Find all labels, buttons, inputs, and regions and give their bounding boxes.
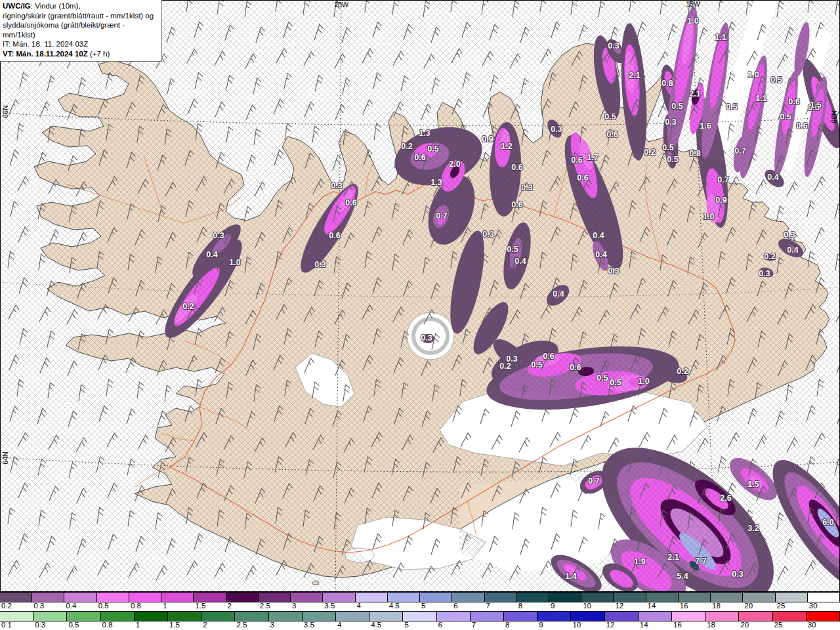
scale-segment	[537, 612, 571, 621]
scale-labels-rain: 0.10.30.50.811.522.533.544.5567891012141…	[0, 621, 840, 630]
scale-segment	[168, 612, 201, 621]
scale-segment	[161, 593, 194, 602]
scale-tick-label: 25	[773, 621, 783, 629]
title-line-2: rigning/skúrir (grænt/blátt/rautt - mm/1…	[3, 11, 159, 21]
scale-tick-label: 0.2	[0, 602, 12, 610]
scale-tick-label: 25	[776, 602, 786, 610]
scale-tick-label: 18	[711, 602, 721, 610]
scale-segment	[679, 593, 711, 602]
scale-tick-label: 9	[549, 602, 555, 610]
scale-tick-label: 1	[161, 602, 167, 610]
scale-segment	[403, 612, 436, 621]
scale-segment	[639, 612, 672, 621]
scale-segment	[485, 593, 517, 602]
scale-tick-label: 12	[614, 602, 623, 610]
scale-tick-label: 3	[291, 602, 296, 610]
scale-segment	[743, 593, 775, 602]
scale-tick-label: 2.5	[235, 621, 247, 629]
scale-segment	[549, 593, 581, 602]
scale-tick-label: 18	[705, 621, 715, 629]
scale-strip-rain	[0, 611, 840, 621]
scale-segment	[269, 612, 303, 621]
title-box: UWC/IG: Vindur (10m), rigning/skúrir (gr…	[0, 0, 162, 62]
graticule-label: 66N	[830, 110, 838, 123]
scale-segment	[452, 593, 484, 602]
scale-labels-sleet-snow: 0.20.30.40.50.811.522.533.544.5567891012…	[0, 602, 840, 611]
scale-segment	[323, 593, 355, 602]
scale-segment	[776, 593, 808, 602]
scale-tick-label: 0.5	[67, 621, 79, 629]
valid-time: VT: Mán. 18.11.2024 10Z (+7 h)	[3, 49, 159, 59]
weather-map-page: 0.30.41.00.20.30.60.60.31.30.20.50.60.91…	[0, 0, 840, 630]
scale-segment	[571, 612, 604, 621]
scale-segment	[0, 593, 32, 602]
scale-tick-label: 12	[605, 621, 615, 629]
scale-tick-label: 20	[743, 602, 753, 610]
scale-segment	[369, 612, 403, 621]
scale-tick-label: 0.1	[0, 621, 12, 629]
precip-area	[421, 334, 434, 343]
scale-tick-label: 16	[672, 621, 682, 629]
scale-tick-label: 2	[201, 621, 207, 629]
scale-tick-label: 0.8	[129, 602, 141, 610]
scale-tick-label: 30	[807, 621, 816, 629]
scale-tick-label: 1	[135, 621, 140, 629]
scale-tick-label: 7	[484, 602, 490, 610]
graticule-label: 64N	[1, 452, 9, 464]
scale-tick-label: 10	[571, 621, 581, 629]
title-line-3: slydda/snjókoma (grátt/bleikt/grænt - mm…	[3, 20, 159, 39]
scale-tick-label: 4.5	[369, 621, 381, 629]
scale-tick-label: 0.4	[64, 602, 76, 610]
scale-segment	[808, 593, 840, 602]
scale-tick-label: 2.5	[259, 602, 270, 610]
scale-segment	[356, 593, 388, 602]
scale-segment	[605, 612, 639, 621]
scale-segment	[388, 593, 420, 602]
scale-tick-label: 5	[420, 602, 425, 610]
scale-tick-label: 6	[437, 621, 442, 629]
scale-segment	[303, 612, 336, 621]
scale-tick-label: 6	[452, 602, 457, 610]
scale-tick-label: 0.5	[97, 602, 109, 610]
hatch-overlay	[0, 0, 840, 592]
scale-segment	[807, 612, 840, 621]
weather-map-svg	[0, 0, 840, 592]
scale-segment	[67, 612, 100, 621]
title-line-1: UWC/IG: Vindur (10m),	[3, 1, 159, 11]
scale-tick-label: 3	[269, 621, 274, 629]
scale-tick-label: 5	[403, 621, 408, 629]
scale-tick-label: 0.8	[101, 621, 113, 629]
scale-segment	[773, 612, 807, 621]
scale-segment	[201, 612, 235, 621]
scale-segment	[471, 612, 504, 621]
model-name: UWC/IG	[3, 2, 31, 10]
scale-tick-label: 1.5	[194, 602, 205, 610]
scale-segment	[711, 593, 743, 602]
scale-tick-label: 8	[517, 602, 522, 610]
scale-segment	[705, 612, 739, 621]
scale-strip-sleet-snow	[0, 592, 840, 602]
scale-segment	[581, 593, 614, 602]
scale-segment	[194, 593, 226, 602]
scale-segment	[32, 593, 64, 602]
init-time: IT: Mán. 18. 11. 2024 03Z	[3, 39, 159, 49]
scale-tick-label: 8	[504, 621, 509, 629]
scale-tick-label: 30	[808, 602, 818, 610]
scale-segment	[504, 612, 537, 621]
scale-segment	[129, 593, 161, 602]
scale-segment	[97, 593, 129, 602]
colour-scales: 0.20.30.40.50.811.522.533.544.5567891012…	[0, 592, 840, 630]
graticule-label: 66N	[1, 105, 9, 117]
scale-segment	[420, 593, 452, 602]
scale-tick-label: 0.3	[33, 621, 45, 629]
scale-segment	[235, 612, 268, 621]
scale-tick-label: 2	[226, 602, 232, 610]
scale-segment	[259, 593, 291, 602]
scale-tick-label: 9	[537, 621, 543, 629]
scale-segment	[614, 593, 646, 602]
scale-tick-label: 4	[356, 602, 361, 610]
scale-segment	[226, 593, 259, 602]
scale-tick-label: 3.5	[323, 602, 335, 610]
scale-tick-label: 1.5	[168, 621, 180, 629]
scale-segment	[437, 612, 471, 621]
